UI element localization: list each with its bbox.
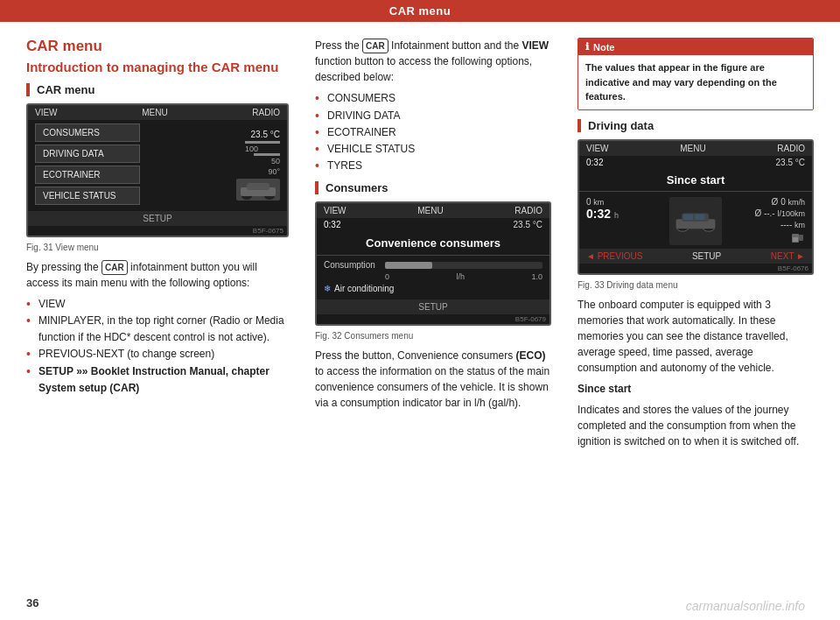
fig32-text: Consumers menu: [344, 331, 413, 341]
d-tab-radio: RADIO: [777, 144, 805, 153]
note-label: Note: [593, 42, 614, 53]
section-header-car-menu: CAR menu: [26, 83, 289, 96]
car-image-area: [669, 197, 722, 245]
eco-bold: (ECO): [515, 349, 545, 362]
tab-radio: RADIO: [252, 108, 280, 117]
car-silhouette: [236, 179, 280, 201]
consumers-header: Consumers: [315, 181, 551, 194]
consumers-body-part1: Press the button, Convenience consumers: [315, 349, 513, 362]
c-tab-view: VIEW: [324, 206, 346, 215]
feature-vehicle-status: VEHICLE STATUS: [315, 141, 551, 158]
hours-value: 0:32 h: [586, 207, 664, 221]
feature-tyres: TYRES: [315, 158, 551, 174]
press-the: Press the: [315, 39, 362, 52]
option-view: VIEW: [26, 296, 289, 313]
scale-0: 0: [385, 272, 389, 281]
divider1: [317, 255, 550, 256]
right-column: ℹ Note The values that appear in the fig…: [578, 22, 814, 454]
c-tab-menu: MENU: [417, 206, 443, 215]
menu-item-consumers: CONSUMERS: [35, 123, 140, 142]
menu-item-vehicle-status: VEHICLE STATUS: [35, 187, 140, 205]
body-text-intro: By pressing the CAR infotainment button …: [26, 259, 289, 291]
driving-title: Since start: [579, 169, 812, 189]
svg-rect-3: [247, 183, 270, 190]
note-box-header: ℹ Note: [578, 39, 813, 55]
menu-item-driving-data: DRIVING DATA: [35, 144, 140, 163]
fuel-icon: [727, 233, 805, 245]
consumers-body-part2: to access the information on the status …: [315, 365, 550, 409]
middle-column: Press the CAR Infotainment button and th…: [315, 22, 551, 454]
bar-labels: 100: [245, 144, 280, 153]
consumption-scale: 0 l/h 1.0: [317, 272, 550, 281]
content-area: CAR menu Introduction to managing the CA…: [0, 22, 840, 472]
screen-bottom-bar-setup: SETUP: [28, 211, 287, 226]
top-bar: CAR menu: [0, 0, 840, 22]
fig32-label: Fig. 32: [315, 331, 342, 341]
bar-50: [254, 153, 280, 156]
view-screen-content: CONSUMERS DRIVING DATA ECOTRAINER VEHICL…: [28, 120, 287, 211]
prev-button[interactable]: ◄ PREVIOUS: [586, 251, 642, 261]
fig31-label: Fig. 31: [26, 243, 53, 252]
left-column: CAR menu Introduction to managing the CA…: [26, 22, 289, 454]
watermark: carmanualsonline.info: [686, 599, 805, 613]
next-button[interactable]: NEXT ►: [771, 251, 805, 261]
note-box: ℹ Note The values that appear in the fig…: [578, 38, 814, 110]
consumption-row: Consumption: [317, 257, 550, 272]
d-tab-view: VIEW: [586, 144, 609, 153]
options-list: VIEW MINIPLAYER, in the top right corner…: [26, 296, 289, 397]
features-list: CONSUMERS DRIVING DATA ECOTRAINER VEHICL…: [315, 90, 551, 174]
temp-display: 23.5 °C: [251, 130, 280, 139]
d-tab-menu: MENU: [680, 144, 705, 153]
snowflake-icon: ❄: [324, 284, 331, 293]
view-menu-screen: VIEW MENU RADIO CONSUMERS DRIVING DATA E…: [26, 103, 289, 237]
driving-screen-bottom: ◄ PREVIOUS SETUP NEXT ►: [579, 249, 812, 264]
since-start-label: Since start: [578, 383, 631, 395]
feature-ecotrainer: ECOTRAINER: [315, 124, 551, 141]
option-miniplayer: MINIPLAYER, in the top right corner (Rad…: [26, 313, 289, 346]
consumers-body: Press the button, Convenience consumers …: [315, 348, 551, 411]
consumers-temp: 23.5 °C: [514, 220, 542, 229]
body-text-part1: By pressing the: [26, 261, 99, 273]
page-number: 36: [26, 596, 38, 609]
scale-unit: l/h: [456, 272, 465, 281]
speed-label: Ø 0 km/h: [727, 197, 805, 207]
note-body-text: The values that appear in the figure are…: [585, 62, 777, 102]
driving-data-header: Driving data: [578, 119, 814, 132]
consumption-bar-bg: [385, 262, 542, 269]
note-icon: ℹ: [585, 41, 589, 53]
air-cond-row: ❄ Air conditioning: [317, 281, 550, 296]
consumers-screen-top: VIEW MENU RADIO: [317, 203, 550, 218]
screen-code-fig32: B5F-0679: [317, 314, 550, 324]
screen-code-fig31: B5F-0675: [28, 226, 287, 236]
menu-item-ecotrainer: ECOTRAINER: [35, 166, 140, 184]
fig33-caption: Fig. 33 Driving data menu: [578, 280, 814, 290]
feature-driving-data: DRIVING DATA: [315, 108, 551, 124]
fig33-text: Driving data menu: [606, 280, 677, 290]
svg-rect-9: [695, 215, 704, 221]
driving-right-data: Ø 0 km/h Ø --.- l/100km ---- km: [727, 197, 805, 245]
consumption-bar-fill: [385, 262, 432, 269]
top-bar-label: CAR menu: [389, 4, 451, 18]
note-box-body: The values that appear in the figure are…: [578, 55, 813, 109]
driving-screen-top: VIEW MENU RADIO: [579, 141, 812, 156]
driving-data-screen: VIEW MENU RADIO 0:32 23.5 °C Since start…: [578, 139, 814, 275]
since-start-header: Since start: [578, 381, 814, 397]
driving-left-data: 0 km 0:32 h: [586, 197, 664, 245]
fig31-caption: Fig. 31 View menu: [26, 243, 289, 252]
sub-title: Introduction to managing the CAR menu: [26, 59, 289, 76]
feature-consumers: CONSUMERS: [315, 90, 551, 107]
svg-rect-8: [683, 215, 693, 221]
driving-temp: 23.5 °C: [776, 158, 805, 167]
c-tab-radio: RADIO: [514, 206, 542, 215]
consumption-per100: Ø --.- l/100km: [727, 208, 805, 218]
air-cond-label: Air conditioning: [334, 284, 394, 293]
range-km: ---- km: [727, 220, 805, 229]
car-badge-2: CAR: [362, 39, 388, 53]
option-setup: SETUP »» Booklet Instruction Manual, cha…: [26, 363, 289, 397]
option-prev-next: PREVIOUS-NEXT (to change screen): [26, 346, 289, 363]
main-title: CAR menu: [26, 38, 289, 55]
driving-data-main: 0 km 0:32 h Ø 0: [579, 194, 812, 249]
scale-1: 1.0: [531, 272, 542, 281]
setup-label: SETUP: [692, 251, 721, 261]
driving-time-row: 0:32 23.5 °C: [579, 156, 812, 169]
